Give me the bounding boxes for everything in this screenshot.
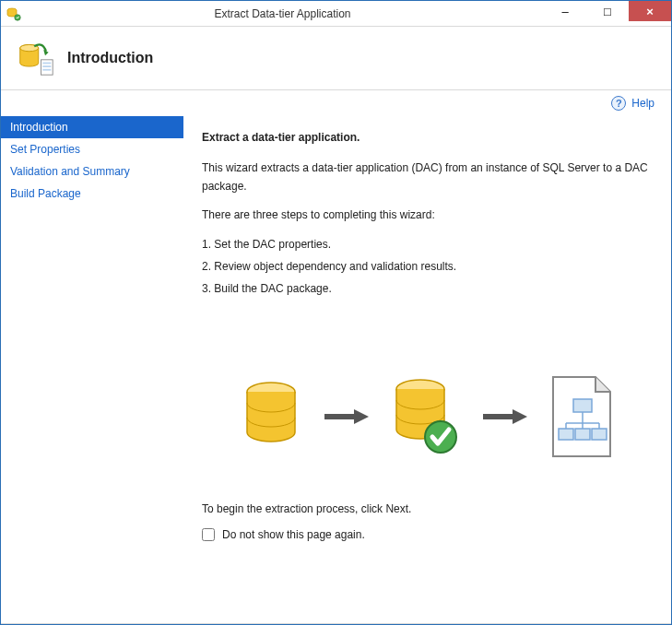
illustration: [202, 373, 653, 463]
steps-intro: There are three steps to completing this…: [202, 206, 653, 224]
help-label: Help: [631, 97, 654, 110]
wizard-window: Extract Data-tier Application – □ × Intr…: [0, 0, 672, 625]
close-button[interactable]: ×: [629, 1, 671, 21]
titlebar: Extract Data-tier Application – □ ×: [1, 1, 671, 27]
content-pane: Extract a data-tier application. This wi…: [183, 116, 671, 623]
step-2: 2. Review object dependency and validati…: [202, 255, 653, 277]
window-controls: – □ ×: [544, 1, 671, 26]
svg-rect-6: [42, 63, 51, 65]
sidebar-item-validation-summary[interactable]: Validation and Summary: [1, 160, 183, 183]
svg-marker-15: [513, 409, 527, 424]
begin-text: To begin the extraction process, click N…: [202, 500, 653, 518]
database-check-icon: [391, 378, 459, 458]
database-export-icon: [18, 40, 54, 77]
svg-rect-22: [559, 429, 573, 440]
intro-text: This wizard extracts a data-tier applica…: [202, 159, 653, 196]
do-not-show-row: Do not show this page again.: [202, 528, 653, 541]
svg-marker-11: [354, 409, 369, 424]
svg-rect-24: [592, 429, 607, 440]
content-heading: Extract a data-tier application.: [202, 131, 653, 144]
step-3: 3. Build the DAC package.: [202, 277, 653, 300]
do-not-show-label: Do not show this page again.: [222, 528, 365, 541]
arrow-icon: [323, 407, 369, 429]
help-link[interactable]: ? Help: [611, 96, 654, 111]
sidebar-item-build-package[interactable]: Build Package: [1, 183, 183, 205]
help-row: ? Help: [1, 90, 671, 116]
maximize-button[interactable]: □: [586, 1, 629, 21]
svg-rect-8: [42, 69, 51, 71]
minimize-button[interactable]: –: [544, 1, 586, 21]
wizard-body: Introduction Set Properties Validation a…: [1, 116, 671, 623]
wizard-header: Introduction: [1, 27, 671, 90]
step-1: 1. Set the DAC properties.: [202, 233, 653, 255]
do-not-show-checkbox[interactable]: [202, 528, 215, 541]
sidebar-item-set-properties[interactable]: Set Properties: [1, 138, 183, 160]
document-diagram-icon: [549, 373, 614, 463]
sidebar: Introduction Set Properties Validation a…: [1, 116, 183, 623]
svg-rect-16: [573, 399, 592, 412]
svg-rect-23: [575, 429, 590, 440]
help-icon: ?: [611, 96, 626, 111]
svg-rect-7: [42, 65, 51, 67]
arrow-icon: [481, 407, 527, 429]
window-title: Extract Data-tier Application: [21, 7, 544, 20]
app-icon: [6, 6, 21, 21]
database-icon: [242, 381, 301, 455]
sidebar-item-introduction[interactable]: Introduction: [1, 116, 183, 138]
page-title: Introduction: [67, 50, 153, 66]
